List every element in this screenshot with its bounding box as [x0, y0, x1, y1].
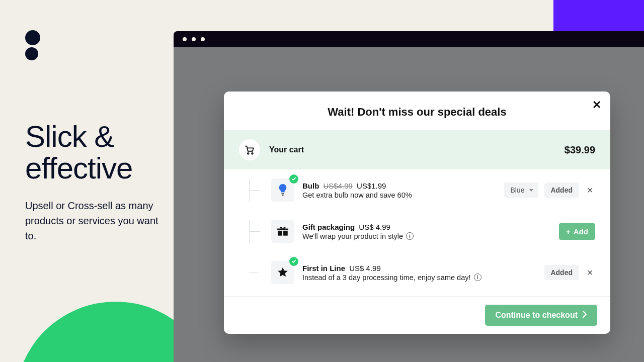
remove-icon[interactable]: ✕ — [585, 266, 595, 280]
remove-icon[interactable]: ✕ — [585, 184, 595, 197]
modal-footer: Continue to checkout — [224, 296, 610, 334]
variant-select[interactable]: Blue — [504, 183, 538, 198]
cart-icon — [239, 139, 260, 160]
modal-title: Wait! Don't miss our special deals — [234, 106, 600, 119]
cart-total: $39.99 — [565, 144, 595, 156]
deal-description: Instead of a 3 day processing time, enjo… — [302, 274, 544, 282]
window-dot — [192, 37, 196, 41]
info-icon[interactable]: i — [474, 274, 481, 281]
add-button[interactable]: + Add — [559, 223, 595, 240]
marketing-panel: Slick & effective Upsell or Cross-sell a… — [25, 30, 166, 243]
deal-thumbnail — [271, 220, 294, 243]
checkout-button[interactable]: Continue to checkout — [485, 305, 597, 326]
window-dot — [201, 37, 205, 41]
svg-rect-4 — [278, 231, 282, 236]
svg-point-0 — [248, 153, 249, 154]
check-icon — [289, 174, 298, 184]
check-icon — [289, 257, 298, 266]
close-icon[interactable]: ✕ — [592, 99, 601, 112]
deal-thumbnail — [271, 178, 294, 202]
upsell-modal: ✕ Wait! Don't miss our special deals You… — [224, 92, 610, 334]
deal-title: Bulb US$4.99 US$1.99 — [302, 182, 504, 190]
info-icon[interactable]: i — [406, 232, 414, 240]
window-dot — [183, 37, 187, 41]
added-badge: Added — [544, 265, 579, 280]
deal-row: First in Line US$ 4.99 Instead of a 3 da… — [249, 252, 595, 293]
deals-list: Bulb US$4.99 US$1.99 Get extra bulb now … — [224, 169, 610, 296]
marketing-subhead: Upsell or Cross-sell as many products or… — [25, 198, 166, 243]
deal-title: First in Line US$ 4.99 — [302, 264, 544, 273]
modal-header: Wait! Don't miss our special deals — [224, 92, 610, 130]
brand-logo — [25, 30, 166, 60]
deal-row: Gift packaging US$ 4.99 We'll wrap your … — [249, 211, 595, 252]
tree-connector — [249, 261, 261, 284]
plus-icon: + — [566, 227, 571, 236]
browser-titlebar — [174, 31, 644, 47]
deal-title: Gift packaging US$ 4.99 — [302, 223, 559, 231]
added-badge: Added — [544, 183, 579, 198]
marketing-headline: Slick & effective — [25, 121, 166, 184]
svg-rect-3 — [282, 195, 284, 196]
deal-description: Get extra bulb now and save 60% — [302, 191, 504, 199]
deal-description: We'll wrap your product in style i — [302, 232, 559, 240]
deal-row: Bulb US$4.99 US$1.99 Get extra bulb now … — [249, 169, 595, 211]
svg-rect-6 — [277, 229, 288, 230]
tree-connector — [249, 220, 261, 243]
tree-connector — [249, 178, 261, 202]
deal-thumbnail — [271, 261, 294, 284]
svg-rect-5 — [283, 231, 288, 236]
svg-point-1 — [252, 153, 253, 154]
cart-banner: Your cart $39.99 — [224, 130, 610, 169]
cart-label: Your cart — [269, 145, 304, 154]
chevron-right-icon — [583, 311, 587, 320]
browser-window: ✕ Wait! Don't miss our special deals You… — [174, 31, 644, 362]
svg-rect-2 — [281, 193, 284, 194]
